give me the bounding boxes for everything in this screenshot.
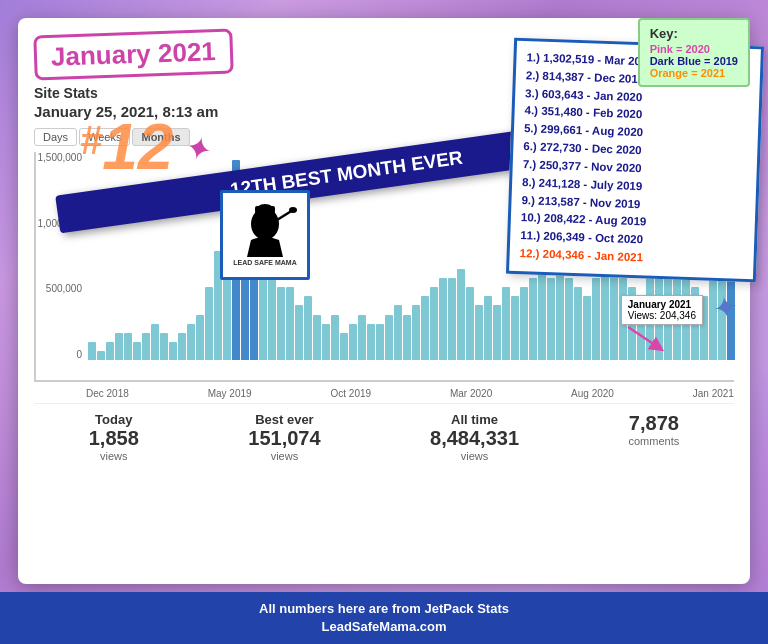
stat-best-sublabel: views (248, 450, 320, 462)
bar-40 (448, 278, 456, 360)
stat-comments: 7,878 comments (628, 412, 679, 462)
x-label-6: Jan 2021 (693, 388, 734, 399)
tooltip-box: January 2021 Views: 204,346 (621, 295, 703, 325)
key-pink-label: Pink = 2020 (650, 43, 738, 55)
x-label-1: Dec 2018 (86, 388, 129, 399)
x-label-3: Oct 2019 (330, 388, 371, 399)
bar-34 (394, 305, 402, 360)
page-title: January 2021 (33, 29, 233, 81)
tooltip-value: Views: 204,346 (628, 310, 696, 321)
bar-29 (349, 324, 357, 360)
stat-today-label: Today (89, 412, 139, 427)
bar-41 (457, 269, 465, 360)
bar-39 (439, 278, 447, 360)
bar-21 (277, 287, 285, 360)
logo-silhouette (233, 202, 298, 257)
stats-row: Today 1,858 views Best ever 151,074 view… (34, 403, 734, 462)
bar-37 (421, 296, 429, 360)
bar-50 (538, 269, 546, 360)
x-label-2: May 2019 (208, 388, 252, 399)
bottom-bar-line1: All numbers here are from JetPack Stats (259, 600, 509, 618)
x-label-4: Mar 2020 (450, 388, 492, 399)
bar-45 (493, 305, 501, 360)
bar-2 (106, 342, 114, 360)
x-axis-labels: Dec 2018 May 2019 Oct 2019 Mar 2020 Aug … (34, 388, 734, 399)
bar-28 (340, 333, 348, 360)
bar-20 (268, 269, 276, 360)
bar-48 (520, 287, 528, 360)
bar-25 (313, 315, 321, 360)
bar-10 (178, 333, 186, 360)
stat-today-value: 1,858 (89, 427, 139, 450)
bar-47 (511, 296, 519, 360)
bar-3 (115, 333, 123, 360)
bar-53 (565, 278, 573, 360)
bar-12 (196, 315, 204, 360)
stat-today-sublabel: views (89, 450, 139, 462)
stat-alltime: All time 8,484,331 views (430, 412, 519, 462)
tooltip-title: January 2021 (628, 299, 696, 310)
bar-11 (187, 324, 195, 360)
logo-text: LEAD SAFE MAMA (233, 259, 296, 267)
bar-46 (502, 287, 510, 360)
stat-best-value: 151,074 (248, 427, 320, 450)
stat-best: Best ever 151,074 views (248, 412, 320, 462)
svg-rect-2 (255, 206, 275, 212)
svg-point-4 (289, 207, 297, 213)
bar-49 (529, 278, 537, 360)
x-label-5: Aug 2020 (571, 388, 614, 399)
bar-55 (583, 296, 591, 360)
y-label-max: 1,500,000 (38, 152, 83, 163)
y-axis: 1,500,000 1,000,000 500,000 0 (36, 152, 86, 360)
bar-13 (205, 287, 213, 360)
bar-24 (304, 296, 312, 360)
bar-56 (592, 278, 600, 360)
key-title: Key: (650, 26, 738, 41)
bottom-bar: All numbers here are from JetPack Stats … (0, 592, 768, 644)
y-label-low: 500,000 (46, 283, 82, 294)
tooltip-arrow (618, 322, 668, 352)
stat-comments-sublabel: comments (628, 435, 679, 447)
bar-7 (151, 324, 159, 360)
tab-days[interactable]: Days (34, 128, 77, 146)
svg-line-5 (628, 327, 658, 347)
stat-best-label: Best ever (248, 412, 320, 427)
bar-5 (133, 342, 141, 360)
bar-26 (322, 324, 330, 360)
bar-58 (610, 269, 618, 360)
stat-alltime-label: All time (430, 412, 519, 427)
bar-35 (403, 315, 411, 360)
bar-43 (475, 305, 483, 360)
key-box: Key: Pink = 2020 Dark Blue = 2019 Orange… (638, 18, 750, 87)
bar-23 (295, 305, 303, 360)
key-darkblue-label: Dark Blue = 2019 (650, 55, 738, 67)
bar-6 (142, 333, 150, 360)
number-badge: 12 (80, 110, 173, 184)
bottom-bar-line2: LeadSafeMama.com (322, 618, 447, 636)
bar-32 (376, 324, 384, 360)
bar-31 (367, 324, 375, 360)
bar-22 (286, 287, 294, 360)
bar-8 (160, 333, 168, 360)
bar-9 (169, 342, 177, 360)
bar-30 (358, 315, 366, 360)
bar-38 (430, 287, 438, 360)
bar-4 (124, 333, 132, 360)
bar-0 (88, 342, 96, 360)
stat-today: Today 1,858 views (89, 412, 139, 462)
stat-alltime-sublabel: views (430, 450, 519, 462)
bar-51 (547, 278, 555, 360)
bar-42 (466, 287, 474, 360)
bar-36 (412, 305, 420, 360)
y-label-zero: 0 (76, 349, 82, 360)
bar-44 (484, 296, 492, 360)
key-orange-label: Orange = 2021 (650, 67, 738, 79)
stat-comments-value: 7,878 (628, 412, 679, 435)
bar-1 (97, 351, 105, 360)
bar-27 (331, 315, 339, 360)
bar-54 (574, 287, 582, 360)
bar-33 (385, 315, 393, 360)
stat-alltime-value: 8,484,331 (430, 427, 519, 450)
logo-box: LEAD SAFE MAMA (220, 190, 310, 280)
